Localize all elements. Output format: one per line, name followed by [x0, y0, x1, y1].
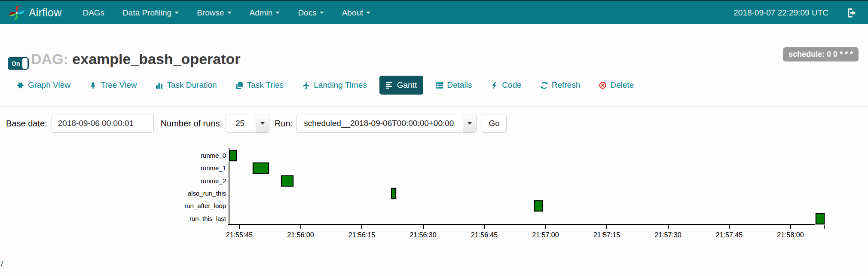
x-axis-tick	[790, 225, 791, 229]
x-axis-tick-label: 21:58:00	[761, 231, 821, 239]
gantt-task-label: run_after_loop	[184, 202, 226, 209]
chevron-down-icon	[366, 12, 370, 14]
tab-landing-times[interactable]: Landing Times	[296, 76, 373, 95]
certificate-icon	[17, 82, 24, 89]
gantt-task-label: runme_2	[201, 178, 226, 184]
chevron-down-icon	[227, 12, 232, 14]
select-caret-icon	[256, 114, 269, 132]
nav-menu: DAGs Data Profiling Browse Admin	[73, 1, 379, 24]
tab-graph-view[interactable]: Graph View	[10, 76, 77, 95]
page-title: DAG: example_bash_operator	[31, 51, 241, 67]
duplicate-icon	[236, 82, 243, 89]
x-axis-tick-label: 21:56:30	[393, 231, 453, 239]
navbar-right: 2018-09-07 22:29:09 UTC	[734, 8, 868, 18]
chevron-down-icon	[320, 12, 324, 14]
navbar: Airflow DAGs Data Profiling Browse	[0, 0, 868, 24]
base-date-label: Base date:	[6, 119, 47, 129]
tab-refresh[interactable]: Refresh	[534, 76, 587, 95]
base-date-input[interactable]	[52, 114, 154, 133]
chevron-down-icon	[275, 12, 280, 14]
brand-link[interactable]: Airflow	[9, 5, 61, 21]
gantt-task-label: runme_0	[201, 152, 226, 159]
tab-gantt[interactable]: Gantt	[379, 76, 423, 95]
num-runs-value: 25	[226, 114, 256, 132]
refresh-icon	[541, 82, 548, 89]
gantt-bar-runme_1[interactable]	[253, 163, 269, 174]
x-axis-tick	[239, 225, 240, 229]
brand: Airflow	[29, 6, 61, 19]
align-left-icon	[386, 82, 393, 89]
x-axis-tick-label: 21:56:00	[271, 231, 331, 239]
gantt-chart: runme_0runme_1runme_2also_run_thisrun_af…	[0, 0, 868, 276]
gantt-task-label: runme_1	[201, 165, 226, 172]
x-axis-tick	[300, 225, 301, 229]
flash-icon	[491, 82, 498, 89]
plane-icon	[303, 82, 310, 89]
tab-delete[interactable]: Delete	[593, 76, 640, 95]
airflow-page: Airflow DAGs Data Profiling Browse	[0, 0, 868, 276]
utc-clock: 2018-09-07 22:29:09 UTC	[734, 8, 828, 18]
run-value: scheduled__2018-09-06T00:00:00+00:00	[296, 114, 463, 132]
nav-item-docs[interactable]: Docs	[289, 8, 333, 18]
x-axis-tick-label: 21:57:45	[699, 231, 759, 239]
nav-item-data-profiling[interactable]: Data Profiling	[113, 8, 188, 18]
x-axis-tick	[606, 225, 607, 229]
tab-task-tries[interactable]: Task Tries	[229, 76, 290, 95]
x-axis-tick-label: 21:57:30	[638, 231, 698, 239]
gantt-bar-also_run_this[interactable]	[391, 188, 396, 199]
sign-out-icon[interactable]	[847, 8, 857, 18]
num-runs-label: Number of runs:	[161, 119, 222, 129]
bar-chart-icon	[156, 82, 163, 89]
dag-name: example_bash_operator	[72, 51, 240, 67]
nav-item-browse[interactable]: Browse	[188, 8, 240, 18]
dag-prefix: DAG:	[31, 51, 68, 67]
remove-circle-icon	[599, 82, 606, 89]
go-button[interactable]: Go	[482, 114, 507, 133]
x-axis-tick	[484, 225, 485, 229]
tab-tree-view[interactable]: Tree View	[83, 76, 143, 95]
toggle-knob	[22, 58, 28, 69]
toggle-on-label: On	[12, 60, 20, 67]
x-axis-tick-label: 21:55:45	[209, 231, 269, 239]
nav-item-dags[interactable]: DAGs	[73, 8, 113, 18]
tree-icon	[89, 82, 97, 89]
x-axis-tick-label: 21:56:45	[454, 231, 514, 239]
gantt-task-label: run_this_last	[189, 215, 226, 222]
x-axis-line	[228, 224, 825, 225]
x-axis-tick-label: 21:57:00	[516, 231, 576, 239]
divider	[0, 106, 868, 107]
select-caret-icon	[463, 114, 476, 132]
run-label: Run:	[275, 119, 293, 129]
run-select[interactable]: scheduled__2018-09-06T00:00:00+00:00	[296, 114, 477, 133]
gantt-bar-runme_2[interactable]	[281, 175, 293, 187]
th-list-icon	[436, 82, 443, 89]
nav-item-admin[interactable]: Admin	[241, 8, 289, 18]
x-axis-tick	[361, 225, 362, 229]
x-axis-tick-label: 21:56:15	[332, 231, 392, 239]
airflow-logo-icon	[9, 5, 25, 21]
gantt-task-label: also_run_this	[188, 190, 226, 197]
x-axis-tick	[545, 225, 546, 229]
nav-item-about[interactable]: About	[333, 8, 380, 18]
tab-code[interactable]: Code	[484, 76, 528, 95]
x-axis-tick	[668, 225, 669, 229]
gantt-bar-run_after_loop[interactable]	[534, 200, 543, 212]
dag-on-off-toggle[interactable]: On	[8, 57, 29, 70]
x-axis-tick	[423, 225, 424, 229]
filter-bar: Base date: Number of runs: 25 Run: sched…	[6, 114, 507, 133]
gantt-bar-run_this_last[interactable]	[816, 213, 825, 224]
num-runs-select[interactable]: 25	[226, 114, 269, 133]
gantt-bar-runme_0[interactable]	[229, 150, 237, 161]
root-path-link[interactable]: /	[1, 259, 3, 269]
chevron-down-icon	[174, 12, 179, 14]
tab-details[interactable]: Details	[429, 76, 478, 95]
x-axis-tick-label: 21:57:15	[577, 231, 637, 239]
x-axis-tick	[729, 225, 730, 229]
view-tabs: Graph View Tree View Task Duration Task …	[10, 76, 640, 95]
schedule-badge: schedule: 0 0 * * *	[783, 47, 859, 61]
tab-task-duration[interactable]: Task Duration	[149, 76, 223, 95]
x-axis-end-tick	[824, 225, 825, 229]
